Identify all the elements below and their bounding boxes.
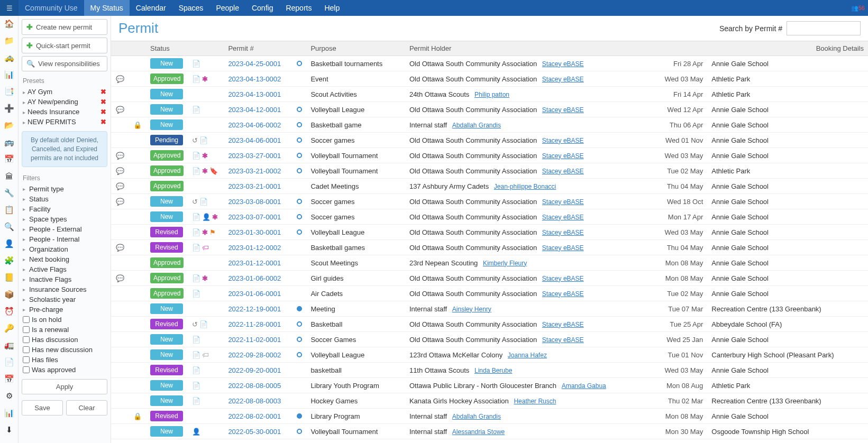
permit-link[interactable]: 2023-01-06-0001 (228, 290, 281, 298)
nav-help[interactable]: Help (318, 0, 346, 16)
permit-link[interactable]: 2023-01-12-0002 (228, 244, 281, 252)
nav-reports[interactable]: Reports (279, 0, 318, 16)
clear-button[interactable]: Clear (66, 400, 107, 416)
table-row[interactable]: Revised📄2022-09-20-0001basketball11th Ot… (111, 363, 868, 378)
contact-link[interactable]: Joanna Hafez (508, 352, 547, 359)
rail-icon[interactable]: 📦 (4, 290, 14, 299)
rail-icon[interactable]: 🏠 (4, 19, 14, 29)
remove-preset-icon[interactable]: ✖ (100, 88, 106, 96)
filter-has-files[interactable]: Has files (22, 355, 107, 365)
table-row[interactable]: 💬Approved📄✱2023-03-27-0001Volleyball Tou… (111, 148, 868, 163)
notification-badge[interactable]: 👥56 (851, 0, 868, 16)
permit-link[interactable]: 2022-11-02-0001 (228, 336, 281, 344)
table-row[interactable]: Revised↺📄2022-11-28-0001BasketballOld Ot… (111, 317, 868, 332)
rail-icon[interactable]: 📂 (4, 121, 14, 130)
filter-has-new-discussion[interactable]: Has new discussion (22, 345, 107, 355)
contact-link[interactable]: Alessandria Stowe (452, 428, 505, 436)
contact-link[interactable]: Abdallah Grandis (452, 122, 501, 129)
table-row[interactable]: Revised📄✱⚑2023-01-30-0001Volleyball Leag… (111, 225, 868, 240)
table-row[interactable]: Approved2023-01-12-0001Scout Meetings23r… (111, 255, 868, 271)
permit-link[interactable]: 2023-03-08-0001 (228, 198, 281, 206)
table-row[interactable]: Approved📄2023-01-06-0001Air CadetsOld Ot… (111, 286, 868, 301)
filter-people---internal[interactable]: ▸People - Internal (22, 234, 107, 244)
filter-inactive-flags[interactable]: ▸Inactive Flags (22, 274, 107, 284)
contact-link[interactable]: Stacey eBASE (542, 229, 584, 236)
quick-start-button[interactable]: ✚Quick-start permit (22, 38, 107, 53)
table-row[interactable]: 🔒Revised2022-08-02-0001Library ProgramIn… (111, 409, 868, 424)
contact-link[interactable]: Stacey eBASE (542, 290, 584, 298)
contact-link[interactable]: Stacey eBASE (542, 244, 584, 252)
col-permit[interactable]: Permit # (224, 41, 293, 56)
table-row[interactable]: New📄👤✱2023-03-07-0001Soccer gamesOld Ott… (111, 209, 868, 225)
rail-icon[interactable]: 📑 (4, 87, 14, 96)
contact-link[interactable]: Ainsley Henry (452, 306, 491, 313)
permit-link[interactable]: 2023-01-12-0001 (228, 259, 281, 267)
permit-link[interactable]: 2023-03-27-0001 (228, 152, 281, 160)
rail-icon[interactable]: 📅 (4, 374, 14, 384)
rail-icon[interactable]: 🧩 (4, 256, 14, 265)
rail-icon[interactable]: 📁 (4, 36, 14, 45)
rail-icon[interactable]: 🔑 (4, 324, 14, 333)
permit-link[interactable]: 2023-04-06-0002 (228, 121, 281, 129)
rail-icon[interactable]: 🚕 (4, 53, 14, 62)
contact-link[interactable]: Jean-philippe Bonacci (494, 183, 556, 190)
contact-link[interactable]: Abdallah Grandis (452, 413, 501, 420)
contact-link[interactable]: Stacey eBASE (542, 321, 584, 328)
contact-link[interactable]: Heather Rusch (514, 398, 556, 405)
apply-button[interactable]: Apply (22, 379, 107, 394)
filter-insurance-sources[interactable]: ▸Insurance Sources (22, 284, 107, 294)
table-row[interactable]: New2022-12-19-0001MeetingInternal staff … (111, 301, 868, 317)
permit-link[interactable]: 2022-08-02-0001 (228, 412, 281, 420)
permit-link[interactable]: 2023-03-07-0001 (228, 213, 281, 221)
filter-checkbox[interactable] (23, 356, 30, 363)
filter-active-flags[interactable]: ▸Active Flags (22, 264, 107, 274)
table-row[interactable]: 💬New📄2023-04-12-0001Volleyball LeagueOld… (111, 102, 868, 117)
search-permit-input[interactable] (787, 21, 861, 35)
filter-was-approved[interactable]: Was approved (22, 365, 107, 375)
preset-item[interactable]: ▸Needs Insurance✖ (22, 107, 107, 117)
permit-link[interactable]: 2023-03-21-0002 (228, 167, 281, 175)
contact-link[interactable]: Stacey eBASE (542, 76, 584, 83)
nav-community-use[interactable]: Community Use (19, 0, 84, 16)
rail-icon[interactable]: 🚛 (4, 340, 14, 350)
preset-item[interactable]: ▸NEW PERMITS✖ (22, 117, 107, 127)
permit-link[interactable]: 2022-08-08-0003 (228, 397, 281, 405)
hamburger-menu-icon[interactable]: ☰ (0, 0, 19, 16)
nav-spaces[interactable]: Spaces (172, 0, 210, 16)
rail-icon[interactable]: 🏛 (4, 171, 14, 181)
rail-icon[interactable]: ➕ (4, 104, 14, 113)
filter-organization[interactable]: ▸Organization (22, 244, 107, 254)
remove-preset-icon[interactable]: ✖ (100, 118, 106, 126)
nav-config[interactable]: Config (245, 0, 279, 16)
permit-link[interactable]: 2023-04-12-0001 (228, 106, 281, 114)
rail-icon[interactable]: 📊 (4, 70, 14, 79)
filter-has-discussion[interactable]: Has discussion (22, 335, 107, 345)
table-row[interactable]: 💬Revised📄🏷2023-01-12-0002Basketball game… (111, 240, 868, 255)
table-row[interactable]: New📄🏷2022-09-28-0002Volleyball League123… (111, 347, 868, 363)
filter-checkbox[interactable] (23, 336, 30, 343)
filter-facility[interactable]: ▸Facility (22, 204, 107, 214)
table-row[interactable]: 💬New↺📄2023-03-08-0001Soccer gamesOld Ott… (111, 194, 868, 209)
rail-icon[interactable]: 👤 (4, 239, 14, 248)
permit-link[interactable]: 2023-04-25-0001 (228, 60, 281, 68)
permit-link[interactable]: 2022-12-19-0001 (228, 305, 281, 313)
table-row[interactable]: 🔒New2023-04-06-0002Basketball gameIntern… (111, 117, 868, 133)
permit-link[interactable]: 2023-01-06-0002 (228, 274, 281, 282)
rail-icon[interactable]: 📅 (4, 154, 14, 164)
filter-space-types[interactable]: ▸Space types (22, 214, 107, 224)
filter-status[interactable]: ▸Status (22, 194, 107, 204)
save-button[interactable]: Save (22, 400, 63, 416)
permit-link[interactable]: 2023-01-30-0001 (228, 228, 281, 236)
contact-link[interactable]: Philip patton (474, 91, 509, 98)
rail-icon[interactable]: ⬇ (4, 425, 14, 435)
col-purpose[interactable]: Purpose (306, 41, 405, 56)
contact-link[interactable]: Stacey eBASE (542, 275, 584, 282)
contact-link[interactable]: Stacey eBASE (542, 168, 584, 175)
filter-people---external[interactable]: ▸People - External (22, 224, 107, 234)
remove-preset-icon[interactable]: ✖ (100, 108, 106, 116)
permit-link[interactable]: 2022-05-30-0001 (228, 428, 281, 436)
nav-my-status[interactable]: My Status (84, 0, 130, 16)
rail-icon[interactable]: 📄 (4, 357, 14, 367)
permit-link[interactable]: 2023-04-06-0001 (228, 136, 281, 144)
create-permit-button[interactable]: ✚Create new permit (22, 19, 107, 35)
